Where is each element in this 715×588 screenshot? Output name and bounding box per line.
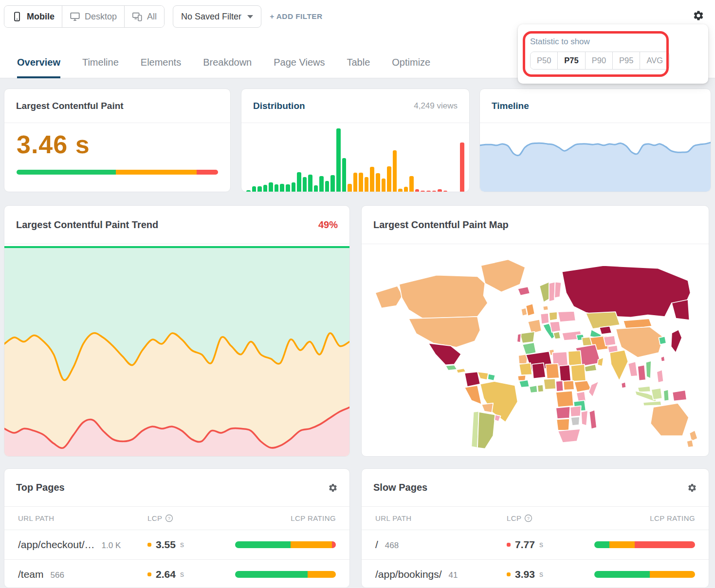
tab-timeline[interactable]: Timeline [82,57,119,78]
map-region-nigeria[interactable] [543,378,555,389]
device-toggle-mobile[interactable]: Mobile [4,6,62,27]
map-region-mozambique[interactable] [581,410,587,426]
map-region-ghana[interactable] [537,385,544,392]
map-region-senegal[interactable] [517,375,526,380]
timeline-card: Timeline [479,89,711,192]
tab-overview[interactable]: Overview [17,57,60,78]
map-region-usa[interactable] [408,317,480,347]
table-row[interactable]: /4687.77s [362,530,709,559]
map-region-angola[interactable] [556,407,570,419]
map-region-chad[interactable] [559,365,571,381]
map-region-bolivia[interactable] [481,403,493,413]
map-region-uruguay[interactable] [495,415,501,422]
map-region-uzbekistan[interactable] [599,326,611,335]
map-region-portugal[interactable] [517,334,521,342]
tab-breakdown[interactable]: Breakdown [203,57,252,78]
map-region-guatemala[interactable] [445,365,457,370]
map-region-new-guinea[interactable] [672,390,686,401]
map-region-sulawesi[interactable] [663,390,669,401]
map-region-canada[interactable] [399,275,488,319]
map-region-ethiopia[interactable] [574,381,591,392]
map-region-niger[interactable] [546,364,559,379]
device-toggle-desktop[interactable]: Desktop [62,6,124,27]
map-region-zimbabwe[interactable] [570,417,579,426]
statistic-popover-title: Statistic to show [530,37,590,47]
map-region-philippines[interactable] [657,370,663,383]
map-region-egypt[interactable] [568,351,582,366]
map-region-central-africa[interactable] [563,381,574,391]
map-region-morocco[interactable] [522,342,536,355]
map-region-india[interactable] [609,350,628,381]
tab-table[interactable]: Table [347,57,370,78]
map-region-argentina[interactable] [477,412,495,449]
map-region-malaysia[interactable] [638,386,651,392]
map-region-ireland[interactable] [521,308,527,316]
map-region-peru[interactable] [464,385,481,404]
map-region-panama[interactable] [456,368,466,373]
map-region-kazakhstan[interactable] [586,312,620,329]
map-region-guinea[interactable] [519,380,529,387]
table-row[interactable]: /team5662.64s [4,560,349,588]
map-region-balkans[interactable] [550,321,560,332]
map-region-greece[interactable] [553,332,560,339]
map-region-myanmar[interactable] [628,361,638,376]
map-region-mauritania[interactable] [519,363,532,375]
statistic-option-p95[interactable]: P95 [612,52,640,69]
map-region-australia[interactable] [650,403,688,436]
map-region-ivory-coast[interactable] [529,385,537,392]
table-row[interactable]: /app/bookings/413.93s [362,560,709,588]
map-region-zambia[interactable] [570,406,581,416]
map-region-finland[interactable] [554,282,561,298]
map-region-germany[interactable] [540,313,549,324]
map-region-new-zealand-north[interactable] [689,430,697,441]
map-region-sudan[interactable] [570,364,586,381]
map-region-java[interactable] [643,401,661,406]
map-region-namibia[interactable] [556,419,569,430]
table-row[interactable]: /app/checkout/…1.0 K3.55s [4,530,349,559]
map-region-borneo[interactable] [651,388,662,400]
gear-icon[interactable] [693,10,704,21]
map-region-somalia[interactable] [588,381,599,397]
map-region-japan[interactable] [671,330,681,353]
tab-elements[interactable]: Elements [141,57,181,78]
map-region-madagascar[interactable] [589,410,596,429]
map-region-iceland[interactable] [517,286,530,295]
device-toggle-all[interactable]: All [124,6,164,27]
statistic-option-p50[interactable]: P50 [531,52,557,69]
map-region-alaska[interactable] [375,286,403,308]
tab-optimize[interactable]: Optimize [392,57,430,78]
gear-icon[interactable] [328,483,338,493]
statistic-option-p90[interactable]: P90 [585,52,612,69]
map-region-guyana[interactable] [488,374,495,381]
map-region-russia[interactable] [562,266,690,317]
map-region-ukraine[interactable] [558,311,575,322]
timeline-card-title[interactable]: Timeline [492,101,529,111]
map-region-mali[interactable] [532,363,546,378]
map-region-drc[interactable] [556,391,573,408]
question-icon[interactable] [165,514,173,522]
map-region-colombia[interactable] [464,372,480,387]
question-icon[interactable] [524,514,532,522]
map-region-new-zealand-south[interactable] [686,440,693,447]
map-region-thailand[interactable] [638,365,646,380]
map-region-taiwan[interactable] [660,356,664,361]
map-region-vietnam[interactable] [645,361,651,378]
map-region-denmark[interactable] [543,306,548,311]
statistic-option-p75[interactable]: P75 [557,52,585,69]
map-region-russia-far-east[interactable] [672,300,689,320]
map-region-greenland[interactable] [481,259,525,292]
statistic-option-avg[interactable]: AVG [640,52,669,69]
gear-icon[interactable] [687,483,697,493]
distribution-card-title[interactable]: Distribution [253,101,305,111]
map-region-sweden[interactable] [549,282,555,302]
map-region-spain[interactable] [520,332,534,343]
tab-page-views[interactable]: Page Views [274,57,325,78]
map-region-cameroon[interactable] [556,381,563,392]
map-region-korea[interactable] [659,337,666,345]
map-region-afghanistan[interactable] [604,336,616,346]
map-region-poland[interactable] [549,312,557,321]
map-region-sri-lanka[interactable] [621,382,626,388]
map-region-south-africa[interactable] [558,429,580,443]
add-filter-button[interactable]: + ADD FILTER [270,12,323,21]
saved-filter-dropdown[interactable]: No Saved Filter [173,5,261,28]
